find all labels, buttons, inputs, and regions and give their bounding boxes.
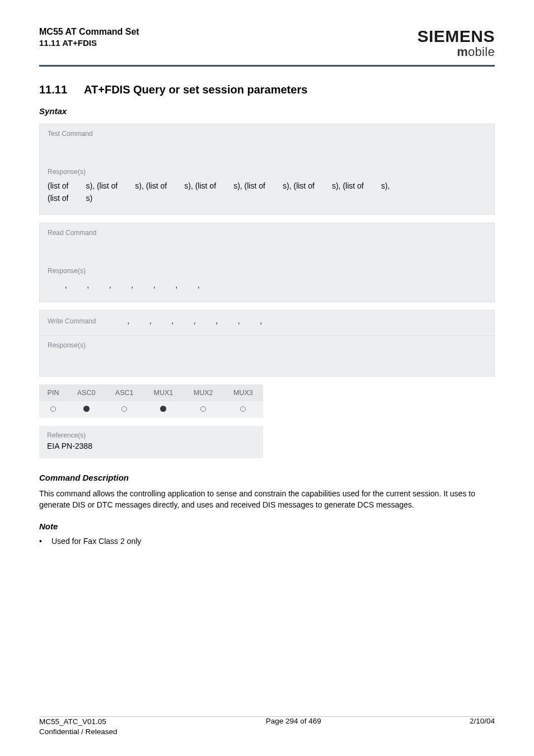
reference-block: Reference(s) EIA PN-2388 — [39, 426, 263, 458]
support-matrix-table: PIN ASC0 ASC1 MUX1 MUX2 MUX3 — [39, 384, 263, 418]
section-title: AT+FDIS Query or set session parameters — [84, 83, 307, 96]
footer-left: MC55_ATC_V01.05 Confidential / Released — [39, 717, 118, 737]
cell-mux3 — [223, 401, 263, 418]
test-response-line2: (list of s) — [48, 192, 486, 205]
section-heading: 11.11 AT+FDIS Query or set session param… — [39, 83, 495, 96]
tagline-rest: obile — [468, 45, 495, 59]
cell-asc1 — [105, 401, 143, 418]
cell-asc0 — [67, 401, 105, 418]
syntax-heading: Syntax — [39, 106, 495, 116]
test-response-line1: (list of s), (list of s), (list of s), (… — [48, 180, 486, 192]
note-heading: Note — [39, 522, 495, 531]
col-mux1: MUX1 — [143, 384, 183, 401]
write-command-params: , , , , , , , — [115, 316, 262, 325]
cell-mux1 — [143, 401, 183, 418]
footer-date: 2/10/04 — [470, 717, 495, 737]
footer-version: MC55_ATC_V01.05 — [39, 717, 118, 727]
read-command-label: Read Command — [40, 223, 494, 239]
page-header: MC55 AT Command Set 11.11 AT+FDIS SIEMEN… — [39, 27, 495, 59]
circle-open-icon — [121, 406, 127, 412]
write-command-row: Write Command , , , , , , , — [40, 311, 494, 335]
bullet-icon: • — [39, 537, 44, 546]
col-asc0: ASC0 — [67, 384, 105, 401]
col-asc1: ASC1 — [105, 384, 143, 401]
circle-open-icon — [200, 406, 206, 412]
read-response-label: Response(s) — [40, 261, 494, 277]
test-command-block: Test Command Response(s) (list of s), (l… — [39, 124, 495, 215]
brand-logo: SIEMENS — [417, 27, 495, 46]
reference-value: EIA PN-2388 — [39, 440, 263, 458]
write-response-body — [40, 351, 494, 376]
header-rule — [39, 65, 495, 67]
doc-subtitle: 11.11 AT+FDIS — [39, 38, 139, 48]
footer-page: Page 294 of 469 — [266, 717, 321, 737]
col-mux3: MUX3 — [223, 384, 263, 401]
test-command-label: Test Command — [40, 124, 494, 140]
read-command-block: Read Command Response(s) , , , , , , , — [39, 223, 495, 302]
write-command-block: Write Command , , , , , , , Response(s) — [39, 310, 495, 377]
doc-title: MC55 AT Command Set — [39, 27, 139, 37]
brand-tagline: mobile — [417, 45, 495, 59]
support-matrix: PIN ASC0 ASC1 MUX1 MUX2 MUX3 — [39, 384, 263, 418]
section-number: 11.11 — [39, 83, 67, 96]
test-response-body: (list of s), (list of s), (list of s), (… — [40, 178, 494, 214]
col-pin: PIN — [39, 384, 67, 401]
cell-mux2 — [183, 401, 223, 418]
command-description-text: This command allows the controlling appl… — [39, 488, 495, 511]
footer-confidential: Confidential / Released — [39, 727, 118, 737]
circle-open-icon — [50, 406, 56, 412]
test-response-label: Response(s) — [40, 162, 494, 178]
write-command-label: Write Command — [48, 317, 96, 325]
header-right: SIEMENS mobile — [417, 27, 495, 59]
read-response-body: , , , , , , , — [40, 277, 494, 302]
reference-label: Reference(s) — [39, 426, 263, 440]
page-footer: MC55_ATC_V01.05 Confidential / Released … — [39, 717, 495, 737]
circle-filled-icon — [83, 406, 90, 412]
header-left: MC55 AT Command Set 11.11 AT+FDIS — [39, 27, 139, 48]
note-bullet-text: Used for Fax Class 2 only — [51, 537, 141, 546]
write-response-label: Response(s) — [40, 335, 494, 351]
cell-pin — [39, 401, 67, 418]
col-mux2: MUX2 — [183, 384, 223, 401]
tagline-m: m — [457, 45, 468, 59]
circle-open-icon — [240, 406, 246, 412]
command-description-heading: Command Description — [39, 473, 495, 482]
table-row — [39, 401, 263, 418]
circle-filled-icon — [160, 406, 166, 412]
note-bullet: • Used for Fax Class 2 only — [39, 537, 495, 546]
